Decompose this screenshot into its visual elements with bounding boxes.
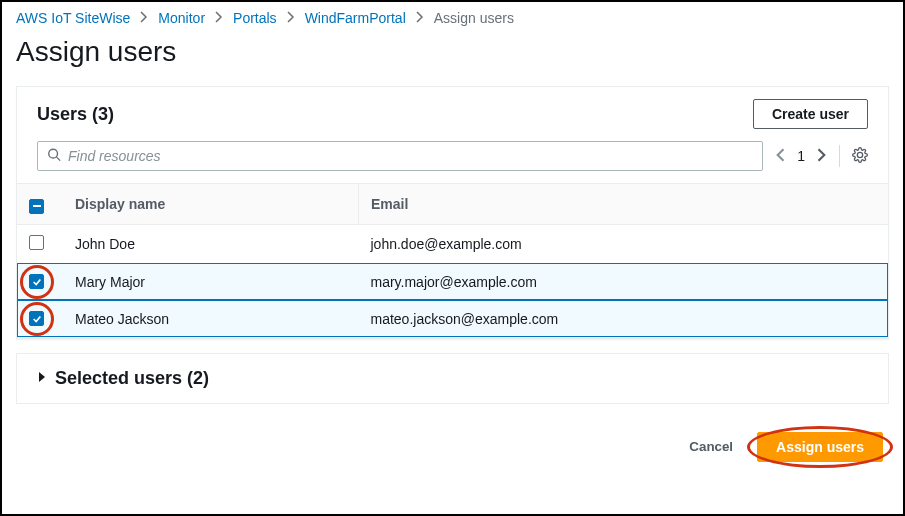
breadcrumb-link-monitor[interactable]: Monitor	[158, 10, 205, 26]
cell-name: John Doe	[63, 224, 358, 263]
page-next-button[interactable]	[817, 148, 827, 165]
page-title: Assign users	[2, 32, 903, 86]
chevron-right-icon	[140, 10, 148, 26]
breadcrumb: AWS IoT SiteWise Monitor Portals WindFar…	[2, 2, 903, 32]
row-checkbox[interactable]	[29, 274, 44, 289]
cell-email: john.doe@example.com	[358, 224, 888, 263]
selected-users-title: Selected users (2)	[55, 368, 209, 389]
breadcrumb-link-portals[interactable]: Portals	[233, 10, 277, 26]
breadcrumb-link-portalname[interactable]: WindFarmPortal	[305, 10, 406, 26]
cell-email: mateo.jackson@example.com	[358, 300, 888, 337]
cell-name: Mary Major	[63, 263, 358, 300]
row-checkbox[interactable]	[29, 311, 44, 326]
users-panel-title: Users (3)	[37, 104, 114, 125]
row-checkbox[interactable]	[29, 235, 44, 250]
pagination: 1	[775, 145, 868, 167]
selected-users-toggle[interactable]: Selected users (2)	[17, 354, 888, 403]
svg-point-0	[49, 149, 58, 158]
column-header-name[interactable]: Display name	[63, 184, 358, 225]
table-row[interactable]: John Doe john.doe@example.com	[17, 224, 888, 263]
divider	[839, 145, 840, 167]
create-user-button[interactable]: Create user	[753, 99, 868, 129]
users-panel: Users (3) Create user 1	[16, 86, 889, 339]
cell-name: Mateo Jackson	[63, 300, 358, 337]
chevron-right-icon	[287, 10, 295, 26]
assign-users-button[interactable]: Assign users	[757, 432, 883, 462]
breadcrumb-link-sitewise[interactable]: AWS IoT SiteWise	[16, 10, 130, 26]
table-row[interactable]: Mateo Jackson mateo.jackson@example.com	[17, 300, 888, 337]
selected-users-panel: Selected users (2)	[16, 353, 889, 404]
cancel-button[interactable]: Cancel	[671, 433, 751, 460]
users-table: Display name Email John Doe john.doe@exa…	[17, 183, 888, 338]
search-icon	[47, 148, 61, 165]
chevron-right-icon	[416, 10, 424, 26]
cell-email: mary.major@example.com	[358, 263, 888, 300]
chevron-right-icon	[215, 10, 223, 26]
footer-actions: Cancel Assign users	[2, 404, 903, 462]
page-prev-button[interactable]	[775, 148, 785, 165]
svg-line-1	[57, 157, 61, 161]
caret-right-icon	[37, 370, 47, 386]
column-header-email[interactable]: Email	[358, 184, 888, 225]
select-all-checkbox[interactable]	[29, 199, 44, 214]
gear-icon[interactable]	[852, 147, 868, 166]
search-input[interactable]	[37, 141, 763, 171]
table-row[interactable]: Mary Major mary.major@example.com	[17, 263, 888, 300]
breadcrumb-current: Assign users	[434, 10, 514, 26]
page-number: 1	[797, 148, 805, 164]
